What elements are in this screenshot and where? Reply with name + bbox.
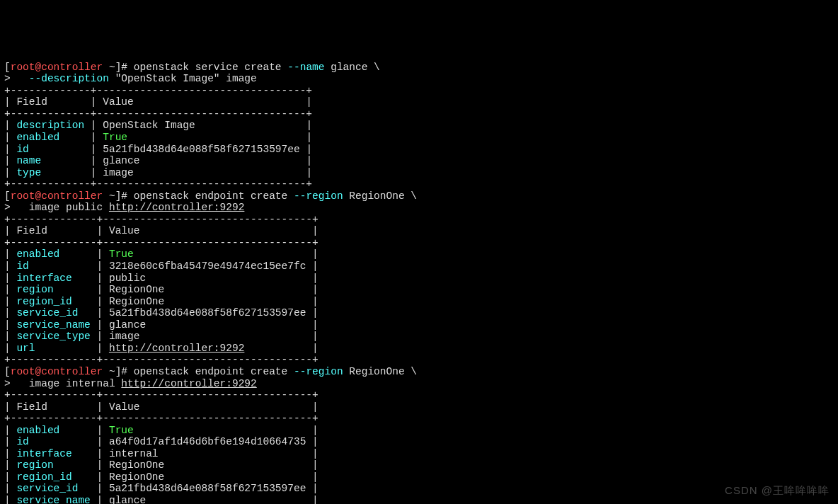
table1-row-enabled: | enabled | True |	[4, 132, 312, 143]
table2-border: +--------------+------------------------…	[4, 354, 318, 365]
table3-row-service-id: | service_id | 5a21fbd438d64e088f58f6271…	[4, 483, 318, 494]
table3-row-service-name: | service_name | glance |	[4, 495, 318, 504]
table2-header: | Field | Value |	[4, 225, 318, 236]
table3-row-region-id: | region_id | RegionOne |	[4, 471, 318, 483]
table2-row-region-id: | region_id | RegionOne |	[4, 296, 318, 307]
table2-border: +--------------+------------------------…	[4, 237, 318, 248]
table1-border: +-------------+-------------------------…	[4, 178, 312, 190]
table3-row-interface: | interface | internal |	[4, 448, 318, 459]
table1-border: +-------------+-------------------------…	[4, 85, 312, 96]
cmd3-line1: [root@controller ~]# openstack endpoint …	[4, 366, 417, 377]
table1-row-id: | id | 5a21fbd438d64e088f58f627153597ee …	[4, 144, 312, 155]
table1-row-description: | description | OpenStack Image |	[4, 120, 312, 131]
cmd2-line1: [root@controller ~]# openstack endpoint …	[4, 190, 417, 202]
terminal-output[interactable]: [root@controller ~]# openstack service c…	[0, 47, 838, 504]
table3-header: | Field | Value |	[4, 401, 318, 413]
table3-border: +--------------+------------------------…	[4, 389, 318, 401]
table3-border: +--------------+------------------------…	[4, 413, 318, 424]
table3-row-enabled: | enabled | True |	[4, 425, 318, 436]
table2-row-service-id: | service_id | 5a21fbd438d64e088f58f6271…	[4, 307, 318, 319]
table1-row-type: | type | image |	[4, 167, 312, 178]
watermark-text: CSDN @王哞哞哞哞	[725, 485, 830, 497]
cmd1-line1: [root@controller ~]# openstack service c…	[4, 62, 380, 73]
table1-border: +-------------+-------------------------…	[4, 108, 312, 120]
table2-row-region: | region | RegionOne |	[4, 284, 318, 295]
cmd1-line2: > --description "OpenStack Image" image	[4, 73, 257, 84]
table2-row-service-name: | service_name | glance |	[4, 319, 318, 331]
table2-row-enabled: | enabled | True |	[4, 248, 318, 260]
cmd2-line2: > image public http://controller:9292	[4, 202, 244, 213]
table2-row-interface: | interface | public |	[4, 273, 318, 284]
table2-row-service-type: | service_type | image |	[4, 331, 318, 342]
table1-header: | Field | Value |	[4, 96, 312, 108]
table2-border: +--------------+------------------------…	[4, 214, 318, 225]
cmd3-line2: > image internal http://controller:9292	[4, 378, 257, 389]
table3-row-id: | id | a64f0d17af1d46d6bf6e194d10664735 …	[4, 436, 318, 447]
table1-row-name: | name | glance |	[4, 155, 312, 166]
table2-row-id: | id | 3218e60c6fba45479e49474ec15ee7fc …	[4, 260, 318, 272]
table2-row-url: | url | http://controller:9292 |	[4, 343, 318, 354]
table3-row-region: | region | RegionOne |	[4, 459, 318, 471]
